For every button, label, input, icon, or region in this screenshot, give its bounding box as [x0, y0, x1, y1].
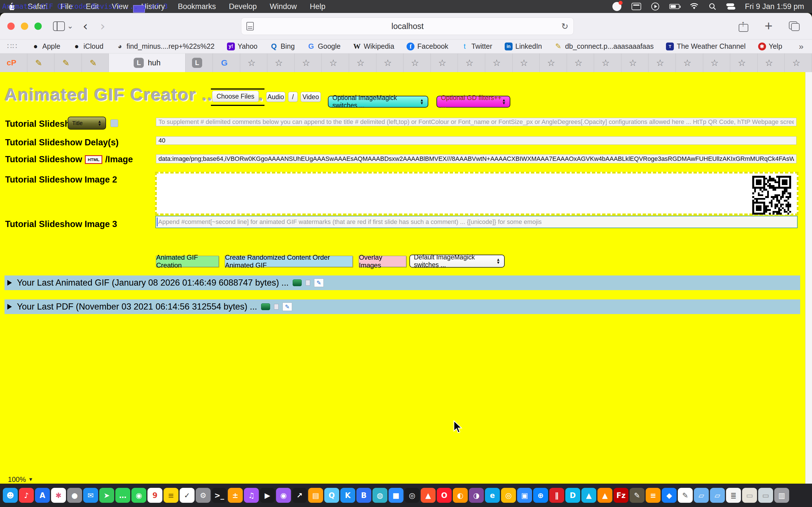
- menu-develop[interactable]: Develop: [229, 2, 257, 11]
- browser-tab[interactable]: ☆: [594, 54, 621, 72]
- vertical-scrollbar[interactable]: [805, 72, 812, 484]
- browser-tab[interactable]: cP: [0, 54, 28, 72]
- edit-icon[interactable]: ✎: [283, 302, 292, 311]
- bookmark-item[interactable]: W Wikipedia: [353, 42, 394, 50]
- dock-parallels[interactable]: ∥: [549, 488, 564, 503]
- dock-obs[interactable]: ◎: [405, 488, 419, 503]
- keyboard-icon[interactable]: [631, 3, 641, 10]
- dock-minimized-window-2[interactable]: ▭: [758, 488, 773, 503]
- bookmark-item[interactable]: ✱ Yelp: [758, 42, 782, 50]
- randomized-gif-button[interactable]: Create Randomized Content Order Animated…: [225, 256, 353, 267]
- gif-thumbnail-icon[interactable]: [261, 303, 270, 310]
- browser-tab[interactable]: ✎: [28, 54, 55, 72]
- page-zoom-indicator[interactable]: 100% ▼: [8, 475, 33, 484]
- gif-thumbnail-icon[interactable]: [293, 279, 302, 286]
- bookmark-item[interactable]: G Google: [307, 42, 341, 50]
- dock-terminal[interactable]: >_: [212, 488, 227, 503]
- dock-cyberduck[interactable]: ◆: [662, 488, 677, 503]
- dock-settings[interactable]: ⚙: [196, 488, 211, 503]
- imagemagick-switches-select[interactable]: Optional ImageMagick switches ...: [328, 96, 428, 108]
- browser-tab[interactable]: ☆: [267, 54, 295, 72]
- browser-tab[interactable]: ☆: [403, 54, 431, 72]
- menu-view[interactable]: View: [112, 2, 128, 11]
- dock-downloads-folder[interactable]: ▱: [694, 488, 709, 503]
- dock-edge[interactable]: e: [485, 488, 500, 503]
- dock-kodi[interactable]: ▲: [581, 488, 596, 503]
- dock-filezilla[interactable]: Fz: [613, 488, 628, 503]
- video-button[interactable]: Video: [301, 92, 321, 102]
- sidebar-toggle-icon[interactable]: [53, 21, 65, 31]
- app-notification-icon[interactable]: [612, 2, 621, 11]
- dock-docker[interactable]: D: [565, 488, 580, 503]
- minimize-window-button[interactable]: [21, 22, 28, 30]
- default-imagemagick-select[interactable]: Default ImageMagick switches ...: [409, 255, 505, 268]
- browser-tab[interactable]: ☆: [458, 54, 485, 72]
- close-window-button[interactable]: [7, 22, 15, 30]
- menu-bar-clock[interactable]: Fri 9 Jan 1:59 pm: [745, 2, 804, 11]
- image2-dropzone[interactable]: [155, 172, 799, 215]
- audio-button[interactable]: Audio: [266, 92, 285, 102]
- bookmark-item[interactable]: ● iCloud: [73, 42, 103, 50]
- dock-minimized-window-1[interactable]: ▭: [742, 488, 757, 503]
- spotlight-search-icon[interactable]: [709, 3, 716, 10]
- small-document-icon[interactable]: [274, 304, 278, 309]
- bookmark-item[interactable]: ✎ db_connect.p...aaasaaafaas: [554, 42, 654, 50]
- dock-vlc[interactable]: ▲: [598, 488, 612, 503]
- dock-documents-folder[interactable]: ▱: [710, 488, 725, 503]
- bookmarks-overflow-chevron-icon[interactable]: »: [799, 42, 804, 51]
- wifi-icon[interactable]: [690, 3, 699, 10]
- dock-textedit[interactable]: ✎: [678, 488, 693, 503]
- dock-messages[interactable]: …: [115, 488, 130, 503]
- browser-tab[interactable]: ☆: [758, 54, 785, 72]
- share-icon[interactable]: [739, 20, 748, 32]
- browser-tab[interactable]: ☆: [485, 54, 513, 72]
- dock-calendar[interactable]: 9: [147, 488, 162, 503]
- dock-quicktime[interactable]: Q: [324, 488, 339, 503]
- dock-tv[interactable]: ▶: [260, 488, 275, 503]
- dock-stocks[interactable]: ↗: [292, 488, 307, 503]
- bookmark-item[interactable]: t Twitter: [461, 42, 492, 50]
- browser-tab[interactable]: ☆: [240, 54, 267, 72]
- browser-tab[interactable]: ☆: [540, 54, 567, 72]
- menu-file[interactable]: File: [61, 2, 73, 11]
- dock-podcasts[interactable]: ◉: [276, 488, 291, 503]
- apple-logo-icon[interactable]: [8, 3, 15, 10]
- browser-tab[interactable]: ☆: [376, 54, 404, 72]
- browser-tab[interactable]: ☆: [567, 54, 594, 72]
- title-config-input[interactable]: [156, 118, 797, 126]
- bookmark-item[interactable]: y! Yahoo: [227, 42, 257, 50]
- gd-filters-select[interactable]: Optional GD filters++ ...: [437, 96, 510, 108]
- disclosure-triangle-icon[interactable]: [7, 304, 12, 309]
- browser-tab[interactable]: ☆: [649, 54, 676, 72]
- browser-tab[interactable]: ☆: [676, 54, 703, 72]
- dock-reminders[interactable]: ✓: [180, 488, 195, 503]
- browser-tab[interactable]: ☆: [730, 54, 758, 72]
- zoom-window-button[interactable]: [35, 22, 42, 30]
- dock-bluetooth-exchange[interactable]: B: [356, 488, 371, 503]
- title-select[interactable]: Title: [68, 117, 106, 129]
- dock-zoom[interactable]: ■: [389, 488, 403, 503]
- dock-calculator[interactable]: ±: [228, 488, 243, 503]
- browser-tab[interactable]: ☆: [621, 54, 649, 72]
- dock-photos[interactable]: ✱: [51, 488, 66, 503]
- dock-gimp[interactable]: ✎: [629, 488, 645, 503]
- browser-tab[interactable]: L huh: [109, 54, 186, 72]
- new-tab-icon[interactable]: +: [765, 20, 772, 31]
- choose-files-button[interactable]: Choose Files: [212, 91, 259, 102]
- last-pdf-bar[interactable]: Your Last PDF (November 03 2021 06:14:56…: [4, 299, 800, 314]
- bookmark-item[interactable]: ● Apple: [32, 42, 60, 50]
- delay-input[interactable]: [156, 136, 797, 145]
- dock-notes[interactable]: ≡: [163, 488, 179, 503]
- menu-help[interactable]: Help: [310, 2, 326, 11]
- disclosure-triangle-icon[interactable]: [7, 280, 12, 286]
- dock-document-stack[interactable]: ≣: [726, 488, 741, 503]
- dock-firefox[interactable]: ◐: [453, 488, 468, 503]
- dock-trash[interactable]: ▥: [774, 488, 789, 503]
- browser-tab[interactable]: ☆: [349, 54, 376, 72]
- dock-music[interactable]: ♪: [19, 488, 34, 503]
- browser-tab[interactable]: ☆: [513, 54, 540, 72]
- dock-app-store[interactable]: A: [35, 488, 50, 503]
- browser-tab[interactable]: ☆: [703, 54, 730, 72]
- small-document-icon[interactable]: [306, 280, 310, 286]
- browser-tab[interactable]: ☆: [322, 54, 349, 72]
